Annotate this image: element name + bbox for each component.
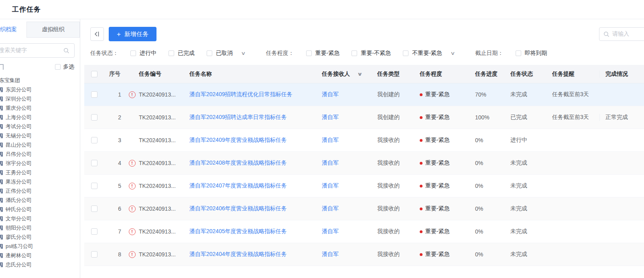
filter-checkbox[interactable] bbox=[403, 50, 408, 56]
tree-item-company[interactable]: 逄树林公司 bbox=[0, 251, 80, 260]
table-row[interactable]: 5!TK20240913...潘自军202407年度营业额战略指标任务潘自军我接… bbox=[84, 175, 644, 197]
filter-group-label: 任务程度： bbox=[266, 50, 294, 57]
degree-dot-icon bbox=[420, 207, 423, 210]
cell-no: 5 bbox=[104, 183, 125, 189]
tab-org-archive[interactable]: 组织档案 bbox=[0, 22, 26, 38]
multi-select-checkbox[interactable] bbox=[55, 64, 61, 70]
task-name-link[interactable]: 潘自军202409招聘达成率日常指标任务 bbox=[189, 114, 287, 120]
table-search-input[interactable]: 请输入 bbox=[599, 27, 644, 41]
task-name-link[interactable]: 潘自军202405年度营业额战略指标任务 bbox=[189, 228, 287, 234]
building-icon bbox=[0, 262, 3, 268]
add-task-button[interactable]: + 新增任务 bbox=[109, 27, 156, 41]
cell-no: 1 bbox=[104, 91, 125, 98]
table-header-row: 序号任务编号任务名称任务接收人∨任务类型任务程度任务进度任务状态任务提醒完成情况 bbox=[84, 65, 644, 83]
tree-item-company[interactable]: 廖氏分公司 bbox=[0, 232, 80, 242]
tree-item-company[interactable]: 吕伟分公司 bbox=[0, 149, 80, 159]
header-degree: 任务程度 bbox=[420, 71, 475, 78]
table-row[interactable]: 7!TK20240913...潘自军202405年度营业额战略指标任务潘自军我接… bbox=[84, 220, 644, 243]
multi-select-row: 多选 bbox=[0, 62, 74, 71]
row-checkbox[interactable] bbox=[91, 183, 98, 189]
task-name-link[interactable]: 潘自军202408年度营业额战略指标任务 bbox=[189, 159, 287, 166]
tree-item-company[interactable]: 重庆分公司 bbox=[0, 103, 80, 113]
tree-item-company[interactable]: psl练习公司 bbox=[0, 242, 80, 251]
building-icon bbox=[0, 151, 3, 157]
filter-checkbox[interactable] bbox=[207, 50, 212, 56]
tree-item-company[interactable]: 无锡分公司 bbox=[0, 131, 80, 140]
receiver-link[interactable]: 潘自军 bbox=[322, 182, 339, 189]
tree-item-company[interactable]: 潘氏分公司 bbox=[0, 195, 80, 205]
row-checkbox[interactable] bbox=[91, 91, 98, 98]
tree-item-company[interactable]: 钟氏分公司 bbox=[0, 205, 80, 214]
cell-task-type: 我接收的 bbox=[377, 182, 420, 189]
tree-item-company[interactable]: 王勇分公司 bbox=[0, 168, 80, 177]
chevron-down-icon[interactable]: ∨ bbox=[357, 71, 363, 77]
tree-root-node[interactable]: 东宝集团 bbox=[0, 76, 80, 85]
company-label: 正伟分公司 bbox=[6, 187, 32, 195]
tree-item-company[interactable]: 考试分公司 bbox=[0, 122, 80, 131]
filter-checkbox[interactable] bbox=[130, 50, 136, 56]
org-tree: 东宝集团 东莞分公司深圳分公司重庆分公司上海分公司考试分公司无锡分公司昆山分公司… bbox=[0, 76, 80, 269]
tab-virtual-org[interactable]: 虚拟组织 bbox=[26, 22, 80, 38]
filter-checkbox[interactable] bbox=[351, 50, 357, 56]
sidebar-search-input[interactable]: 请输入搜索关键字 bbox=[0, 43, 75, 58]
tree-item-company[interactable]: 果冻分公司 bbox=[0, 177, 80, 186]
chevron-down-icon[interactable]: ∨ bbox=[450, 50, 455, 56]
tree-item-company[interactable]: 深圳分公司 bbox=[0, 94, 80, 103]
tree-item-company[interactable]: 文华分公司 bbox=[0, 214, 80, 223]
task-name-link[interactable]: 潘自军202404年度营业额战略指标任务 bbox=[189, 251, 287, 257]
cell-task-code: TK20240913... bbox=[139, 228, 189, 235]
collapse-sidebar-button[interactable] bbox=[90, 27, 104, 41]
header-receiver-label: 任务接收人 bbox=[322, 71, 350, 78]
filter-option[interactable]: 重要-不紧急 bbox=[351, 50, 391, 57]
filter-option[interactable]: 即将到期 bbox=[516, 50, 547, 57]
receiver-link[interactable]: 潘自军 bbox=[322, 114, 339, 121]
tree-item-company[interactable]: 正伟分公司 bbox=[0, 186, 80, 195]
row-checkbox[interactable] bbox=[91, 160, 98, 166]
page-title: 工作任务 bbox=[12, 5, 41, 14]
row-checkbox[interactable] bbox=[91, 228, 98, 235]
building-icon bbox=[0, 179, 3, 185]
filter-option[interactable]: 重要-紧急 bbox=[306, 50, 340, 57]
row-checkbox[interactable] bbox=[91, 137, 98, 143]
filter-checkbox[interactable] bbox=[169, 50, 174, 56]
building-icon bbox=[0, 234, 3, 240]
row-checkbox[interactable] bbox=[91, 251, 98, 258]
table-row[interactable]: 2TK20240913...潘自军202409招聘达成率日常指标任务潘自军我创建… bbox=[84, 106, 644, 129]
tree-item-company[interactable]: 昆山分公司 bbox=[0, 140, 80, 149]
filter-checkbox[interactable] bbox=[306, 50, 312, 56]
select-all-checkbox[interactable] bbox=[91, 71, 98, 77]
degree-dot-icon bbox=[420, 230, 423, 233]
receiver-link[interactable]: 潘自军 bbox=[322, 205, 339, 212]
receiver-link[interactable]: 潘自军 bbox=[322, 228, 339, 235]
table-row[interactable]: 8!TK20240913...潘自军202404年度营业额战略指标任务潘自军我接… bbox=[84, 243, 644, 266]
filter-checkbox[interactable] bbox=[516, 50, 521, 56]
cell-progress: 0% bbox=[475, 160, 510, 166]
task-name-link[interactable]: 潘自军202409招聘流程优化日常指标任务 bbox=[189, 91, 293, 97]
receiver-link[interactable]: 潘自军 bbox=[322, 159, 339, 167]
tree-item-company[interactable]: 上海分公司 bbox=[0, 113, 80, 122]
tree-item-company[interactable]: 张宇分公司 bbox=[0, 159, 80, 168]
task-name-link[interactable]: 潘自军202409年度营业额战略指标任务 bbox=[189, 137, 287, 143]
table-row[interactable]: 1!TK20240913...潘自军202409招聘流程优化日常指标任务潘自军我… bbox=[84, 83, 644, 106]
filter-option[interactable]: 进行中 bbox=[130, 50, 156, 57]
row-checkbox[interactable] bbox=[91, 205, 98, 212]
table-row[interactable]: 4!TK20240913...潘自军202408年度营业额战略指标任务潘自军我接… bbox=[84, 152, 644, 175]
filter-option[interactable]: 已取消 bbox=[207, 50, 233, 57]
tree-item-company[interactable]: 朝阳分公司 bbox=[0, 223, 80, 232]
cell-task-code: TK20240913... bbox=[139, 160, 189, 166]
chevron-down-icon[interactable]: ∨ bbox=[241, 50, 246, 56]
task-name-link[interactable]: 潘自军202407年度营业额战略指标任务 bbox=[189, 182, 287, 189]
receiver-link[interactable]: 潘自军 bbox=[322, 91, 339, 98]
cell-task-code: TK20240913... bbox=[139, 205, 189, 212]
table-row[interactable]: 6!TK20240913...潘自军202406年度营业额战略指标任务潘自军我接… bbox=[84, 197, 644, 220]
receiver-link[interactable]: 潘自军 bbox=[322, 137, 339, 144]
tree-item-company[interactable]: 忠氏分公司 bbox=[0, 260, 80, 269]
table-row[interactable]: 3TK20240913...潘自军202409年度营业额战略指标任务潘自军我接收… bbox=[84, 129, 644, 152]
tree-item-company[interactable]: 东莞分公司 bbox=[0, 85, 80, 94]
top-bar: 工作任务 bbox=[0, 0, 644, 19]
task-name-link[interactable]: 潘自军202406年度营业额战略指标任务 bbox=[189, 205, 287, 212]
filter-option[interactable]: 不重要-紧急 bbox=[403, 50, 442, 57]
row-checkbox[interactable] bbox=[91, 114, 98, 121]
receiver-link[interactable]: 潘自军 bbox=[322, 251, 339, 258]
filter-option[interactable]: 已完成 bbox=[169, 50, 195, 57]
